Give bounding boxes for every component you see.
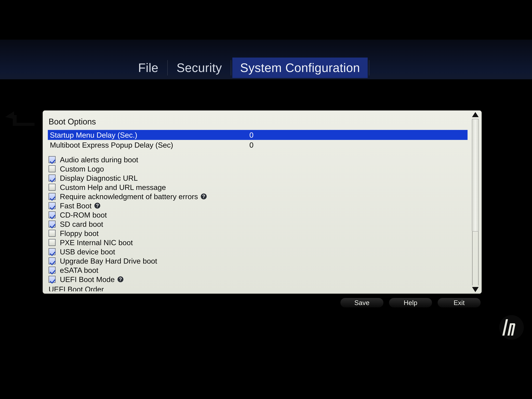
checkbox-label: Custom Logo — [60, 165, 104, 173]
back-arrow-icon[interactable] — [5, 111, 36, 128]
checkbox[interactable] — [49, 175, 56, 182]
setting-label: Startup Menu Delay (Sec.) — [50, 131, 249, 139]
menu-item-security[interactable]: Security — [169, 57, 230, 78]
checkbox-row[interactable]: Custom Logo — [48, 164, 468, 173]
checkbox[interactable] — [49, 211, 56, 218]
help-button[interactable]: Help — [389, 298, 432, 308]
help-icon[interactable]: ? — [118, 276, 123, 282]
checkbox-row[interactable]: Audio alerts during boot — [48, 155, 468, 164]
menu-separator — [167, 60, 168, 76]
menu-separator — [231, 60, 231, 76]
checkbox[interactable] — [49, 156, 56, 163]
svg-rect-2 — [13, 123, 35, 126]
exit-button[interactable]: Exit — [437, 298, 481, 308]
checkbox[interactable] — [49, 267, 56, 273]
checkbox-row[interactable]: SD card boot — [48, 219, 468, 229]
checkbox-row[interactable]: Custom Help and URL message — [48, 183, 468, 192]
checkbox-row[interactable]: Display Diagnostic URL — [48, 173, 468, 183]
setting-value: 0 — [249, 141, 275, 149]
checkbox-row[interactable]: UEFI Boot Mode? — [48, 275, 468, 284]
checkbox-label: Fast Boot — [60, 201, 92, 210]
panel-title: Boot Options — [49, 117, 468, 126]
checkbox-label: SD card boot — [60, 220, 103, 228]
checkbox-row[interactable]: USB device boot — [48, 247, 468, 256]
checkbox-label: eSATA boot — [60, 266, 98, 274]
checkbox-label: Upgrade Bay Hard Drive boot — [60, 257, 157, 265]
setting-value: 0 — [249, 131, 275, 139]
svg-marker-0 — [5, 111, 14, 119]
checkbox-row[interactable]: Fast Boot? — [48, 201, 468, 210]
checkbox-label: CD-ROM boot — [60, 211, 107, 219]
menu-item-system-configuration[interactable]: System Configuration — [232, 57, 368, 78]
checkbox[interactable] — [49, 184, 56, 191]
setting-label: Multiboot Express Popup Delay (Sec) — [50, 141, 249, 149]
checkbox-row[interactable]: Require acknowledgment of battery errors… — [48, 192, 468, 201]
checkbox-row[interactable]: Floppy boot — [48, 229, 468, 238]
scrollbar[interactable] — [471, 112, 480, 292]
checkbox[interactable] — [49, 221, 56, 228]
footer-button-row: Save Help Exit — [42, 298, 482, 308]
checkbox-label: Audio alerts during boot — [60, 155, 138, 164]
menu-separator — [369, 60, 369, 76]
setting-row[interactable]: Startup Menu Delay (Sec.)0 — [48, 130, 468, 140]
checkbox[interactable] — [49, 239, 56, 246]
checkbox-label: UEFI Boot Mode — [60, 275, 115, 284]
boot-options-panel: Boot Options Startup Menu Delay (Sec.)0M… — [42, 110, 482, 294]
checkbox[interactable] — [49, 248, 56, 255]
scroll-thumb[interactable] — [472, 119, 479, 231]
menubar: FileSecuritySystem Configuration — [0, 40, 532, 79]
checkbox-row[interactable]: eSATA boot — [48, 266, 468, 275]
checkbox[interactable] — [49, 165, 56, 172]
menu-item-file[interactable]: File — [130, 57, 166, 78]
checkbox-label: Custom Help and URL message — [60, 183, 166, 192]
checkbox-row[interactable]: Upgrade Bay Hard Drive boot — [48, 256, 468, 266]
checkbox-label: PXE Internal NIC boot — [60, 238, 133, 247]
help-icon[interactable]: ? — [201, 194, 207, 199]
checkbox[interactable] — [49, 193, 56, 200]
hp-logo-icon — [499, 315, 524, 340]
checkbox-label: Display Diagnostic URL — [60, 174, 138, 182]
setting-row[interactable]: Multiboot Express Popup Delay (Sec)0 — [48, 140, 468, 150]
content-area: Boot Options Startup Menu Delay (Sec.)0M… — [0, 79, 532, 336]
checkbox-label: USB device boot — [60, 247, 115, 256]
scroll-down-icon[interactable] — [472, 287, 479, 292]
checkbox[interactable] — [49, 257, 56, 264]
save-button[interactable]: Save — [340, 298, 384, 308]
svg-point-3 — [499, 315, 524, 340]
checkbox-row[interactable]: CD-ROM boot — [48, 210, 468, 219]
checkbox[interactable] — [49, 276, 56, 283]
checkbox-label: Require acknowledgment of battery errors — [60, 192, 198, 201]
checkbox-row[interactable]: PXE Internal NIC boot — [48, 238, 468, 247]
next-section-label[interactable]: UEFI Boot Order — [48, 285, 468, 291]
scroll-up-icon[interactable] — [472, 112, 479, 117]
checkbox[interactable] — [49, 202, 56, 209]
checkbox-label: Floppy boot — [60, 229, 99, 238]
checkbox[interactable] — [49, 230, 56, 237]
help-icon[interactable]: ? — [94, 203, 100, 209]
